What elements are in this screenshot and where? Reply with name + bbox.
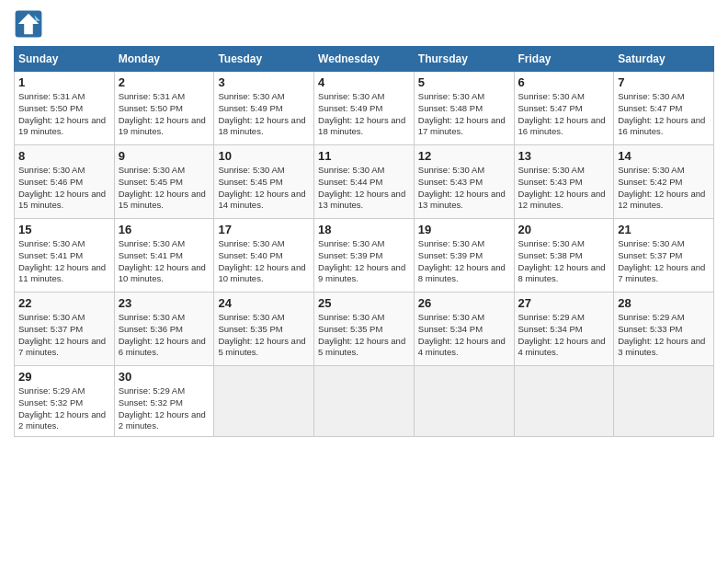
day-info: Sunrise: 5:31 AMSunset: 5:50 PMDaylight:… [18,91,110,138]
calendar-week-5: 29Sunrise: 5:29 AMSunset: 5:32 PMDayligh… [15,366,714,437]
day-number: 26 [418,296,510,310]
day-info: Sunrise: 5:29 AMSunset: 5:34 PMDaylight:… [518,312,610,359]
calendar-cell: 4Sunrise: 5:30 AMSunset: 5:49 PMDaylight… [314,72,415,145]
day-number: 15 [18,223,110,236]
page: SundayMondayTuesdayWednesdayThursdayFrid… [0,0,728,451]
day-info: Sunrise: 5:30 AMSunset: 5:39 PMDaylight:… [318,238,410,285]
day-info: Sunrise: 5:30 AMSunset: 5:44 PMDaylight:… [318,165,410,212]
calendar-cell: 29Sunrise: 5:29 AMSunset: 5:32 PMDayligh… [15,366,115,437]
calendar-cell: 14Sunrise: 5:30 AMSunset: 5:42 PMDayligh… [614,145,714,219]
calendar-cell: 22Sunrise: 5:30 AMSunset: 5:37 PMDayligh… [15,293,115,366]
day-info: Sunrise: 5:30 AMSunset: 5:41 PMDaylight:… [18,238,110,285]
calendar-cell: 15Sunrise: 5:30 AMSunset: 5:41 PMDayligh… [15,219,115,293]
calendar-cell: 1Sunrise: 5:31 AMSunset: 5:50 PMDaylight… [15,72,115,145]
day-info: Sunrise: 5:29 AMSunset: 5:32 PMDaylight:… [18,385,110,432]
calendar-cell: 6Sunrise: 5:30 AMSunset: 5:47 PMDaylight… [514,72,614,145]
calendar-cell [414,366,514,437]
day-info: Sunrise: 5:30 AMSunset: 5:45 PMDaylight:… [218,165,310,212]
days-header-row: SundayMondayTuesdayWednesdayThursdayFrid… [15,47,714,72]
day-info: Sunrise: 5:31 AMSunset: 5:50 PMDaylight:… [119,91,210,138]
day-header-thursday: Thursday [414,47,514,72]
calendar-week-1: 1Sunrise: 5:31 AMSunset: 5:50 PMDaylight… [15,72,714,145]
calendar-cell [514,366,614,437]
day-info: Sunrise: 5:30 AMSunset: 5:40 PMDaylight:… [218,238,310,285]
day-info: Sunrise: 5:29 AMSunset: 5:32 PMDaylight:… [119,385,210,432]
calendar-cell: 18Sunrise: 5:30 AMSunset: 5:39 PMDayligh… [314,219,415,293]
day-info: Sunrise: 5:30 AMSunset: 5:43 PMDaylight:… [418,165,510,212]
day-header-sunday: Sunday [15,47,115,72]
calendar-cell: 9Sunrise: 5:30 AMSunset: 5:45 PMDaylight… [114,145,214,219]
calendar-cell: 11Sunrise: 5:30 AMSunset: 5:44 PMDayligh… [314,145,415,219]
calendar-cell: 17Sunrise: 5:30 AMSunset: 5:40 PMDayligh… [214,219,314,293]
day-header-friday: Friday [514,47,614,72]
day-number: 13 [518,149,610,163]
calendar-cell [614,366,714,437]
calendar-cell: 20Sunrise: 5:30 AMSunset: 5:38 PMDayligh… [514,219,614,293]
day-info: Sunrise: 5:30 AMSunset: 5:37 PMDaylight:… [18,312,110,359]
calendar-cell: 30Sunrise: 5:29 AMSunset: 5:32 PMDayligh… [114,366,214,437]
day-number: 1 [18,75,110,89]
day-info: Sunrise: 5:30 AMSunset: 5:42 PMDaylight:… [618,165,710,212]
day-number: 6 [518,75,610,89]
day-number: 3 [218,75,310,89]
day-number: 10 [218,149,310,163]
calendar-cell: 19Sunrise: 5:30 AMSunset: 5:39 PMDayligh… [414,219,514,293]
day-number: 25 [318,296,410,310]
day-number: 11 [318,149,410,163]
day-info: Sunrise: 5:30 AMSunset: 5:36 PMDaylight:… [119,312,210,359]
calendar-cell: 2Sunrise: 5:31 AMSunset: 5:50 PMDaylight… [114,72,214,145]
day-number: 27 [518,296,610,310]
calendar-cell: 23Sunrise: 5:30 AMSunset: 5:36 PMDayligh… [114,293,214,366]
calendar-cell: 13Sunrise: 5:30 AMSunset: 5:43 PMDayligh… [514,145,614,219]
calendar-cell: 16Sunrise: 5:30 AMSunset: 5:41 PMDayligh… [114,219,214,293]
day-header-monday: Monday [114,47,214,72]
day-number: 9 [119,149,210,163]
calendar-cell: 25Sunrise: 5:30 AMSunset: 5:35 PMDayligh… [314,293,415,366]
day-info: Sunrise: 5:30 AMSunset: 5:35 PMDaylight:… [218,312,310,359]
day-header-wednesday: Wednesday [314,47,415,72]
calendar-cell: 24Sunrise: 5:30 AMSunset: 5:35 PMDayligh… [214,293,314,366]
day-info: Sunrise: 5:30 AMSunset: 5:37 PMDaylight:… [618,238,710,285]
calendar-cell: 3Sunrise: 5:30 AMSunset: 5:49 PMDaylight… [214,72,314,145]
day-info: Sunrise: 5:30 AMSunset: 5:39 PMDaylight:… [418,238,510,285]
calendar-table: SundayMondayTuesdayWednesdayThursdayFrid… [14,46,714,437]
calendar-cell: 21Sunrise: 5:30 AMSunset: 5:37 PMDayligh… [614,219,714,293]
day-header-tuesday: Tuesday [214,47,314,72]
calendar-cell: 26Sunrise: 5:30 AMSunset: 5:34 PMDayligh… [414,293,514,366]
day-info: Sunrise: 5:30 AMSunset: 5:46 PMDaylight:… [18,165,110,212]
day-number: 22 [18,296,110,310]
day-info: Sunrise: 5:30 AMSunset: 5:41 PMDaylight:… [119,238,210,285]
day-info: Sunrise: 5:30 AMSunset: 5:35 PMDaylight:… [318,312,410,359]
calendar-cell: 8Sunrise: 5:30 AMSunset: 5:46 PMDaylight… [15,145,115,219]
day-number: 20 [518,223,610,236]
day-number: 23 [119,296,210,310]
calendar-week-3: 15Sunrise: 5:30 AMSunset: 5:41 PMDayligh… [15,219,714,293]
day-info: Sunrise: 5:30 AMSunset: 5:49 PMDaylight:… [218,91,310,138]
day-info: Sunrise: 5:30 AMSunset: 5:47 PMDaylight:… [518,91,610,138]
day-number: 24 [218,296,310,310]
day-number: 2 [119,75,210,89]
logo [14,9,47,39]
day-number: 5 [418,75,510,89]
day-number: 4 [318,75,410,89]
calendar-cell: 28Sunrise: 5:29 AMSunset: 5:33 PMDayligh… [614,293,714,366]
calendar-cell: 12Sunrise: 5:30 AMSunset: 5:43 PMDayligh… [414,145,514,219]
day-number: 30 [119,370,210,384]
calendar-week-4: 22Sunrise: 5:30 AMSunset: 5:37 PMDayligh… [15,293,714,366]
logo-icon [14,9,43,39]
day-number: 14 [618,149,710,163]
header [14,9,714,39]
day-number: 7 [618,75,710,89]
day-number: 18 [318,223,410,236]
day-info: Sunrise: 5:30 AMSunset: 5:48 PMDaylight:… [418,91,510,138]
calendar-cell [314,366,415,437]
calendar-cell [214,366,314,437]
day-number: 8 [18,149,110,163]
day-info: Sunrise: 5:30 AMSunset: 5:47 PMDaylight:… [618,91,710,138]
day-info: Sunrise: 5:30 AMSunset: 5:43 PMDaylight:… [518,165,610,212]
day-number: 17 [218,223,310,236]
day-number: 29 [18,370,110,384]
day-info: Sunrise: 5:30 AMSunset: 5:38 PMDaylight:… [518,238,610,285]
calendar-cell: 7Sunrise: 5:30 AMSunset: 5:47 PMDaylight… [614,72,714,145]
day-info: Sunrise: 5:30 AMSunset: 5:49 PMDaylight:… [318,91,410,138]
